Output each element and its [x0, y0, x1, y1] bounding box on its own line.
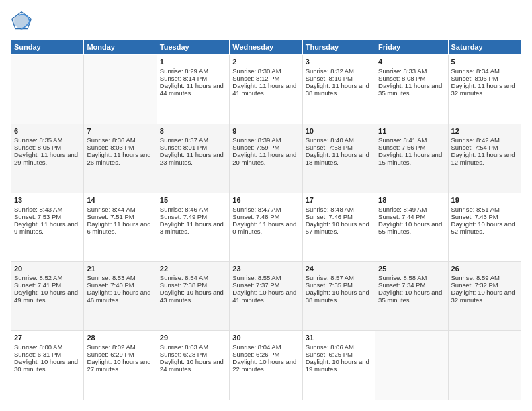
day-number: 26 [451, 265, 518, 273]
sunset-text: Sunset: 7:43 PM [451, 213, 498, 220]
calendar-cell: 17Sunrise: 8:48 AMSunset: 7:46 PMDayligh… [302, 193, 375, 262]
daylight-text: Daylight: 10 hours and 55 minutes. [378, 220, 442, 235]
sunset-text: Sunset: 8:10 PM [306, 75, 353, 82]
logo-icon [11, 11, 32, 32]
calendar-cell: 15Sunrise: 8:46 AMSunset: 7:49 PMDayligh… [157, 193, 229, 262]
calendar-row: 27Sunrise: 8:00 AMSunset: 6:31 PMDayligh… [11, 331, 521, 400]
sunset-text: Sunset: 7:58 PM [306, 144, 353, 151]
calendar-cell: 25Sunrise: 8:58 AMSunset: 7:34 PMDayligh… [375, 262, 448, 331]
calendar-cell: 26Sunrise: 8:59 AMSunset: 7:32 PMDayligh… [448, 262, 521, 331]
day-number: 6 [14, 127, 81, 135]
calendar-cell: 18Sunrise: 8:49 AMSunset: 7:44 PMDayligh… [375, 193, 448, 262]
daylight-text: Daylight: 11 hours and 23 minutes. [160, 151, 224, 166]
calendar-cell: 24Sunrise: 8:57 AMSunset: 7:35 PMDayligh… [302, 262, 375, 331]
sunrise-text: Sunrise: 8:55 AM [232, 274, 281, 281]
sunrise-text: Sunrise: 8:03 AM [160, 343, 208, 351]
sunset-text: Sunset: 8:08 PM [378, 75, 425, 82]
day-number: 10 [306, 127, 372, 135]
day-number: 19 [451, 196, 518, 204]
sunrise-text: Sunrise: 8:00 AM [14, 343, 62, 351]
calendar-cell: 22Sunrise: 8:54 AMSunset: 7:38 PMDayligh… [157, 262, 229, 331]
calendar-cell: 5Sunrise: 8:34 AMSunset: 8:06 PMDaylight… [448, 55, 521, 124]
sunrise-text: Sunrise: 8:53 AM [87, 274, 135, 281]
daylight-text: Daylight: 11 hours and 41 minutes. [232, 82, 296, 97]
daylight-text: Daylight: 11 hours and 18 minutes. [306, 151, 369, 166]
sunset-text: Sunset: 6:25 PM [306, 351, 353, 358]
sunset-text: Sunset: 8:03 PM [87, 144, 134, 151]
daylight-text: Daylight: 10 hours and 19 minutes. [306, 358, 369, 373]
header [11, 11, 521, 32]
calendar-cell: 29Sunrise: 8:03 AMSunset: 6:28 PMDayligh… [157, 331, 229, 400]
day-number: 3 [306, 58, 372, 66]
calendar-cell: 16Sunrise: 8:47 AMSunset: 7:48 PMDayligh… [230, 193, 302, 262]
calendar-cell [448, 331, 521, 400]
daylight-text: Daylight: 10 hours and 35 minutes. [378, 289, 442, 304]
sunrise-text: Sunrise: 8:46 AM [160, 205, 208, 213]
daylight-text: Daylight: 11 hours and 20 minutes. [232, 151, 296, 166]
day-number: 17 [306, 196, 372, 204]
sunset-text: Sunset: 8:05 PM [14, 144, 61, 151]
sunset-text: Sunset: 6:31 PM [14, 351, 61, 358]
sunrise-text: Sunrise: 8:02 AM [87, 343, 135, 351]
sunset-text: Sunset: 6:28 PM [160, 351, 207, 358]
calendar-cell [84, 55, 157, 124]
calendar-cell: 30Sunrise: 8:04 AMSunset: 6:26 PMDayligh… [230, 331, 302, 400]
sunrise-text: Sunrise: 8:37 AM [160, 136, 208, 144]
sunrise-text: Sunrise: 8:36 AM [87, 136, 135, 144]
day-number: 2 [232, 58, 299, 66]
daylight-text: Daylight: 11 hours and 26 minutes. [87, 151, 150, 166]
page: SundayMondayTuesdayWednesdayThursdayFrid… [0, 0, 532, 411]
day-number: 31 [306, 334, 372, 342]
day-number: 15 [160, 196, 226, 204]
sunrise-text: Sunrise: 8:59 AM [451, 274, 500, 281]
calendar-row: 13Sunrise: 8:43 AMSunset: 7:53 PMDayligh… [11, 193, 521, 262]
sunset-text: Sunset: 8:06 PM [451, 75, 498, 82]
day-number: 22 [160, 265, 226, 273]
sunset-text: Sunset: 7:53 PM [14, 213, 61, 220]
sunrise-text: Sunrise: 8:47 AM [232, 205, 281, 213]
daylight-text: Daylight: 10 hours and 41 minutes. [232, 289, 296, 304]
calendar-cell: 10Sunrise: 8:40 AMSunset: 7:58 PMDayligh… [302, 124, 375, 193]
calendar-cell: 13Sunrise: 8:43 AMSunset: 7:53 PMDayligh… [11, 193, 84, 262]
sunset-text: Sunset: 7:56 PM [378, 144, 425, 151]
calendar-row: 6Sunrise: 8:35 AMSunset: 8:05 PMDaylight… [11, 124, 521, 193]
day-number: 11 [378, 127, 445, 135]
day-number: 29 [160, 334, 226, 342]
sunrise-text: Sunrise: 8:06 AM [306, 343, 354, 351]
calendar-cell [11, 55, 84, 124]
calendar-cell: 3Sunrise: 8:32 AMSunset: 8:10 PMDaylight… [302, 55, 375, 124]
daylight-text: Daylight: 11 hours and 15 minutes. [378, 151, 442, 166]
sunrise-text: Sunrise: 8:29 AM [160, 67, 208, 75]
calendar-cell: 19Sunrise: 8:51 AMSunset: 7:43 PMDayligh… [448, 193, 521, 262]
calendar-row: 20Sunrise: 8:52 AMSunset: 7:41 PMDayligh… [11, 262, 521, 331]
daylight-text: Daylight: 11 hours and 35 minutes. [378, 82, 442, 97]
daylight-text: Daylight: 11 hours and 6 minutes. [87, 220, 150, 235]
daylight-text: Daylight: 11 hours and 29 minutes. [14, 151, 78, 166]
day-number: 7 [87, 127, 153, 135]
sunset-text: Sunset: 6:29 PM [87, 351, 134, 358]
sunset-text: Sunset: 6:26 PM [232, 351, 279, 358]
calendar-table: SundayMondayTuesdayWednesdayThursdayFrid… [11, 39, 521, 400]
daylight-text: Daylight: 10 hours and 32 minutes. [451, 289, 515, 304]
sunset-text: Sunset: 7:48 PM [232, 213, 279, 220]
weekday-header: Friday [375, 40, 448, 55]
day-number: 9 [232, 127, 299, 135]
day-number: 27 [14, 334, 81, 342]
weekday-header: Thursday [302, 40, 375, 55]
day-number: 23 [232, 265, 299, 273]
calendar-cell: 4Sunrise: 8:33 AMSunset: 8:08 PMDaylight… [375, 55, 448, 124]
daylight-text: Daylight: 10 hours and 49 minutes. [14, 289, 78, 304]
calendar-cell: 1Sunrise: 8:29 AMSunset: 8:14 PMDaylight… [157, 55, 229, 124]
sunrise-text: Sunrise: 8:30 AM [232, 67, 281, 75]
calendar-cell: 14Sunrise: 8:44 AMSunset: 7:51 PMDayligh… [84, 193, 157, 262]
sunrise-text: Sunrise: 8:52 AM [14, 274, 62, 281]
weekday-header: Tuesday [157, 40, 229, 55]
day-number: 13 [14, 196, 81, 204]
sunset-text: Sunset: 8:14 PM [160, 75, 207, 82]
calendar-cell: 11Sunrise: 8:41 AMSunset: 7:56 PMDayligh… [375, 124, 448, 193]
daylight-text: Daylight: 10 hours and 43 minutes. [160, 289, 224, 304]
weekday-header: Monday [84, 40, 157, 55]
daylight-text: Daylight: 11 hours and 9 minutes. [14, 220, 78, 235]
daylight-text: Daylight: 10 hours and 38 minutes. [306, 289, 369, 304]
logo [11, 11, 35, 32]
